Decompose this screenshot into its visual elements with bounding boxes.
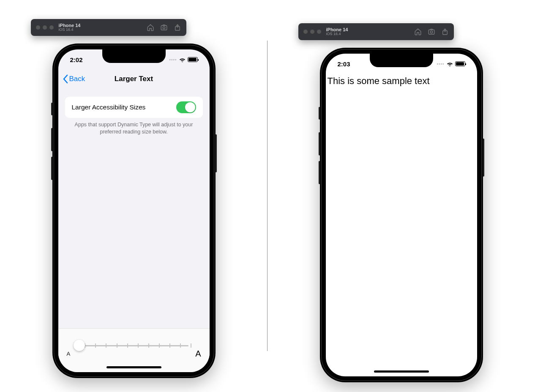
traffic-lights[interactable] xyxy=(36,25,54,30)
zoom-dot[interactable] xyxy=(49,25,54,30)
settings-group: Larger Accessibility Sizes xyxy=(65,97,203,118)
svg-rect-0 xyxy=(161,26,167,30)
export-icon[interactable] xyxy=(174,24,181,31)
svg-rect-3 xyxy=(429,30,434,35)
simulator-os: iOS 16.4 xyxy=(326,32,348,36)
slider-tick xyxy=(180,343,181,348)
simulator-os: iOS 16.4 xyxy=(59,28,81,32)
row-label: Larger Accessibility Sizes xyxy=(72,103,146,111)
svg-point-1 xyxy=(163,27,165,29)
sample-text: This is some sample text xyxy=(328,76,430,87)
slider-thumb[interactable] xyxy=(74,340,85,351)
toggle-knob xyxy=(185,102,195,112)
slider-tick xyxy=(159,343,160,348)
notch xyxy=(102,49,166,63)
status-time: 2:02 xyxy=(70,56,83,63)
screenshot-icon[interactable] xyxy=(428,28,435,35)
slider-tick xyxy=(117,343,117,348)
home-indicator[interactable] xyxy=(106,366,161,368)
minimize-dot[interactable] xyxy=(43,25,47,30)
slider-tick xyxy=(191,343,191,348)
slider-min-glyph: A xyxy=(67,351,71,357)
simulator-toolbar: iPhone 14 iOS 16.4 xyxy=(31,19,186,36)
screenshot-icon[interactable] xyxy=(160,24,168,31)
status-time: 2:03 xyxy=(338,60,350,68)
traffic-lights[interactable] xyxy=(303,30,321,34)
iphone-frame-left: 2:02 •••• Back Larger Text xyxy=(52,44,216,378)
slider-tick xyxy=(148,343,149,348)
slider-tick xyxy=(169,343,170,348)
close-dot[interactable] xyxy=(303,30,308,34)
notch xyxy=(370,54,433,67)
iphone-frame-right: 2:03 •••• This is some sample text xyxy=(320,48,483,382)
text-size-slider[interactable] xyxy=(74,340,191,351)
minimize-dot[interactable] xyxy=(310,30,314,34)
text-size-slider-panel: A A xyxy=(58,328,210,372)
close-dot[interactable] xyxy=(36,25,40,30)
accessibility-sizes-toggle[interactable] xyxy=(176,101,196,113)
back-label: Back xyxy=(69,75,85,83)
nav-bar: Back Larger Text xyxy=(58,70,210,88)
page-title: Larger Text xyxy=(115,75,153,83)
cellular-icon: •••• xyxy=(169,57,177,62)
home-icon[interactable] xyxy=(414,28,422,35)
zoom-dot[interactable] xyxy=(317,30,321,34)
slider-tick xyxy=(127,343,128,348)
wifi-icon xyxy=(179,56,186,63)
helper-text: Apps that support Dynamic Type will adju… xyxy=(71,121,197,136)
larger-accessibility-sizes-row[interactable]: Larger Accessibility Sizes xyxy=(65,97,203,118)
slider-max-glyph: A xyxy=(195,349,201,359)
home-indicator[interactable] xyxy=(374,370,429,373)
slider-tick xyxy=(106,343,106,348)
back-button[interactable]: Back xyxy=(63,74,85,84)
battery-icon xyxy=(188,57,198,62)
battery-icon xyxy=(455,61,465,66)
cellular-icon: •••• xyxy=(437,62,444,66)
home-icon[interactable] xyxy=(147,24,154,31)
simulator-toolbar: iPhone 14 iOS 16.4 xyxy=(298,23,454,40)
slider-tick xyxy=(95,343,96,348)
svg-point-4 xyxy=(430,31,432,33)
export-icon[interactable] xyxy=(441,28,449,35)
wifi-icon xyxy=(446,60,453,68)
slider-tick xyxy=(138,343,139,348)
